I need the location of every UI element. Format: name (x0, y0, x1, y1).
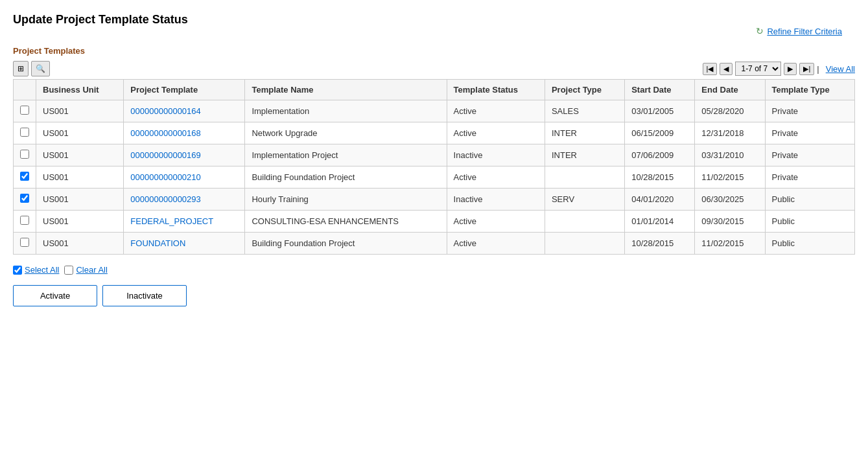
clear-all-link[interactable]: Clear All (76, 265, 107, 275)
cell-template-type: Private (765, 144, 854, 166)
table-row: US001000000000000293Hourly TrainingInact… (14, 189, 855, 211)
activate-button[interactable]: Activate (13, 285, 97, 306)
toolbar-right: |◀ ◀ 1-7 of 7 ▶ ▶| | View All (703, 62, 855, 76)
cell-template-status: Inactive (447, 189, 545, 211)
cell-end-date: 03/31/2010 (695, 144, 765, 166)
project-template-link[interactable]: 000000000000169 (130, 150, 200, 160)
cell-template-type: Public (765, 211, 854, 233)
page-select[interactable]: 1-7 of 7 (735, 62, 781, 76)
cell-template-name: Building Foundation Project (245, 166, 447, 189)
cell-business-unit: US001 (36, 189, 124, 211)
cell-start-date: 06/15/2009 (625, 122, 695, 144)
cell-end-date: 12/31/2018 (695, 122, 765, 144)
section-title: Project Templates (13, 46, 855, 56)
row-checkbox[interactable] (20, 150, 29, 159)
cell-business-unit: US001 (36, 166, 124, 189)
cell-template-name: CONSULTING-ESA ENHANCEMENTS (245, 211, 447, 233)
col-header-template-name: Template Name (245, 80, 447, 100)
row-checkbox[interactable] (20, 106, 29, 115)
cell-end-date: 05/28/2020 (695, 100, 765, 122)
table-header-row: Business Unit Project Template Template … (14, 80, 855, 100)
row-checkbox[interactable] (20, 128, 29, 137)
col-header-template-status: Template Status (447, 80, 545, 100)
table-row: US001000000000000164ImplementationActive… (14, 100, 855, 122)
clear-all-checkbox[interactable] (64, 266, 73, 275)
table-row: US001FEDERAL_PROJECTCONSULTING-ESA ENHAN… (14, 211, 855, 233)
cell-template-type: Private (765, 166, 854, 189)
cell-template-name: Building Foundation Project (245, 233, 447, 255)
cell-project-template: FEDERAL_PROJECT (124, 211, 245, 233)
cell-business-unit: US001 (36, 122, 124, 144)
inactivate-button[interactable]: Inactivate (102, 285, 187, 306)
cell-project-type: INTER (545, 144, 624, 166)
cell-template-status: Active (447, 122, 545, 144)
row-checkbox[interactable] (20, 238, 29, 247)
project-template-link[interactable]: FOUNDATION (130, 238, 185, 248)
prev-page-button[interactable]: ◀ (720, 63, 733, 75)
table-row: US001000000000000168Network UpgradeActiv… (14, 122, 855, 144)
project-template-link[interactable]: 000000000000210 (130, 172, 200, 182)
col-header-checkbox (14, 80, 36, 100)
cell-template-type: Private (765, 122, 854, 144)
table-row: US001000000000000169Implementation Proje… (14, 144, 855, 166)
cell-end-date: 09/30/2015 (695, 211, 765, 233)
cell-business-unit: US001 (36, 233, 124, 255)
cell-project-template: 000000000000164 (124, 100, 245, 122)
cell-business-unit: US001 (36, 211, 124, 233)
col-header-project-template: Project Template (124, 80, 245, 100)
row-checkbox[interactable] (20, 172, 29, 181)
cell-project-template: 000000000000169 (124, 144, 245, 166)
select-all-link[interactable]: Select All (25, 265, 59, 275)
cell-project-template: 000000000000168 (124, 122, 245, 144)
toolbar: ⊞ 🔍 |◀ ◀ 1-7 of 7 ▶ ▶| | View All (13, 61, 855, 76)
cell-project-template: 000000000000293 (124, 189, 245, 211)
grid-icon: ⊞ (18, 64, 24, 73)
row-checkbox[interactable] (20, 194, 29, 203)
cell-start-date: 10/28/2015 (625, 166, 695, 189)
first-page-button[interactable]: |◀ (703, 63, 718, 75)
cell-start-date: 01/01/2014 (625, 211, 695, 233)
cell-project-type (545, 211, 624, 233)
cell-template-status: Active (447, 211, 545, 233)
cell-template-type: Public (765, 233, 854, 255)
col-header-business-unit: Business Unit (36, 80, 124, 100)
cell-project-type (545, 233, 624, 255)
last-page-button[interactable]: ▶| (799, 63, 814, 75)
action-buttons: Activate Inactivate (13, 285, 855, 306)
cell-project-template: 000000000000210 (124, 166, 245, 189)
col-header-start-date: Start Date (625, 80, 695, 100)
select-all-checkbox[interactable] (13, 266, 22, 275)
toolbar-left: ⊞ 🔍 (13, 61, 50, 76)
clear-all-area: Clear All (64, 265, 107, 275)
cell-template-type: Public (765, 189, 854, 211)
cell-end-date: 11/02/2015 (695, 233, 765, 255)
search-button[interactable]: 🔍 (31, 61, 50, 76)
project-template-link[interactable]: 000000000000293 (130, 194, 200, 204)
cell-project-type: SALES (545, 100, 624, 122)
cell-end-date: 11/02/2015 (695, 166, 765, 189)
grid-view-button[interactable]: ⊞ (13, 61, 29, 76)
cell-start-date: 10/28/2015 (625, 233, 695, 255)
cell-start-date: 04/01/2020 (625, 189, 695, 211)
cell-template-name: Network Upgrade (245, 122, 447, 144)
cell-template-status: Active (447, 233, 545, 255)
project-template-link[interactable]: FEDERAL_PROJECT (130, 216, 213, 226)
cell-template-type: Private (765, 100, 854, 122)
cell-template-status: Active (447, 100, 545, 122)
cell-start-date: 03/01/2005 (625, 100, 695, 122)
cell-project-type: SERV (545, 189, 624, 211)
project-templates-table: Business Unit Project Template Template … (13, 79, 855, 255)
refine-filter-area: ↻ Refine Filter Criteria (756, 26, 842, 36)
next-page-button[interactable]: ▶ (784, 63, 797, 75)
refine-filter-link[interactable]: Refine Filter Criteria (767, 27, 842, 36)
cell-template-name: Implementation Project (245, 144, 447, 166)
bottom-actions: Select All Clear All (13, 265, 855, 275)
row-checkbox[interactable] (20, 216, 29, 225)
view-all-link[interactable]: View All (826, 64, 855, 74)
project-template-link[interactable]: 000000000000168 (130, 128, 200, 138)
col-header-project-type: Project Type (545, 80, 624, 100)
cell-start-date: 07/06/2009 (625, 144, 695, 166)
project-template-link[interactable]: 000000000000164 (130, 106, 200, 116)
col-header-end-date: End Date (695, 80, 765, 100)
cell-business-unit: US001 (36, 100, 124, 122)
